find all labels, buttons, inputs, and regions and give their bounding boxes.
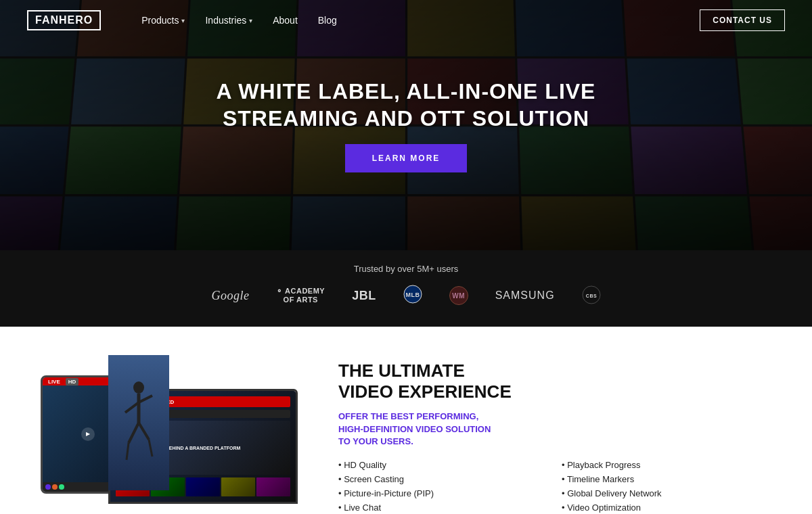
nav-item-industries[interactable]: Industries ▾: [205, 15, 252, 26]
video-info: THE ULTIMATEVIDEO EXPERIENCE OFFER THE B…: [338, 360, 771, 513]
jbl-logo: JBL: [352, 289, 376, 303]
feature-playback: • Playback Progress: [562, 460, 771, 470]
svg-text:CBS: CBS: [585, 294, 596, 298]
brand-logo[interactable]: FANHERO: [27, 10, 101, 30]
hd-badge: HD: [66, 378, 79, 386]
navbar: FANHERO Products ▾ Industries ▾ About Bl…: [0, 0, 812, 41]
features-grid: • HD Quality • Playback Progress • Scree…: [338, 460, 771, 513]
video-section-title: THE ULTIMATEVIDEO EXPERIENCE: [338, 360, 771, 402]
cbs-icon: CBS: [582, 285, 601, 304]
play-icon: ▶: [81, 427, 95, 441]
nav-links: Products ▾ Industries ▾ About Blog: [141, 15, 700, 26]
video-mockup: LIVE HD ▶ BEHIND A BRANDED: [41, 369, 298, 504]
warner-logo: WM: [449, 286, 468, 305]
video-section: LIVE HD ▶ BEHIND A BRANDED: [0, 327, 812, 514]
hero-title: A WHITE LABEL, ALL-IN-ONE LIVE STREAMING…: [217, 78, 596, 132]
mlb-icon: MLB: [403, 285, 422, 304]
avatar: [52, 484, 58, 490]
feature-pip: • Picture-in-Picture (PIP): [338, 488, 548, 498]
feature-timeline: • Timeline Markers: [562, 474, 771, 484]
dancer-svg: [118, 375, 159, 470]
chevron-down-icon: ▾: [181, 17, 185, 24]
trusted-text: Trusted by over 5M+ users: [0, 264, 812, 274]
feature-hd-quality: • HD Quality: [338, 460, 548, 470]
nav-item-blog[interactable]: Blog: [318, 15, 337, 26]
nav-item-about[interactable]: About: [273, 15, 298, 26]
dancer-background: [108, 355, 169, 490]
chevron-down-icon: ▾: [249, 17, 252, 24]
live-badge: LIVE: [45, 378, 63, 386]
feature-video-optimization: • Video Optimization: [562, 503, 771, 513]
svg-line-9: [139, 423, 149, 440]
mlb-logo: MLB: [403, 285, 422, 306]
hero-content: A WHITE LABEL, ALL-IN-ONE LIVE STREAMING…: [217, 78, 596, 172]
nav-item-products[interactable]: Products ▾: [141, 15, 185, 26]
samsung-logo: SAMSUNG: [495, 289, 555, 302]
contact-us-button[interactable]: CONTACT US: [700, 9, 785, 31]
svg-line-8: [129, 423, 139, 443]
avatar: [45, 484, 51, 490]
svg-text:MLB: MLB: [405, 291, 420, 298]
trusted-section: Trusted by over 5M+ users Google ⚬ ACADE…: [0, 250, 812, 327]
dancer-figure: [108, 355, 169, 490]
avatar: [59, 484, 64, 490]
academy-logo: ⚬ ACADEMYOF ARTS: [276, 287, 325, 304]
svg-line-6: [125, 402, 139, 413]
feature-live-chat: • Live Chat: [338, 503, 548, 513]
feature-cdn: • Global Delivery Network: [562, 488, 771, 498]
video-section-subtitle: OFFER THE BEST PERFORMING,HIGH-DEFINITIO…: [338, 411, 771, 448]
svg-line-10: [149, 440, 152, 457]
trusted-logos: Google ⚬ ACADEMYOF ARTS JBL MLB WM SAMSU…: [0, 285, 812, 306]
mockup-label: BEHIND A BRANDED PLATFORM: [163, 443, 244, 453]
google-logo: Google: [211, 289, 249, 303]
svg-line-7: [139, 396, 152, 402]
learn-more-button[interactable]: LEARN MORE: [345, 144, 468, 172]
cbs-logo: CBS: [582, 285, 601, 306]
feature-screen-casting: • Screen Casting: [338, 474, 548, 484]
svg-line-11: [127, 443, 129, 460]
svg-point-4: [133, 381, 144, 394]
